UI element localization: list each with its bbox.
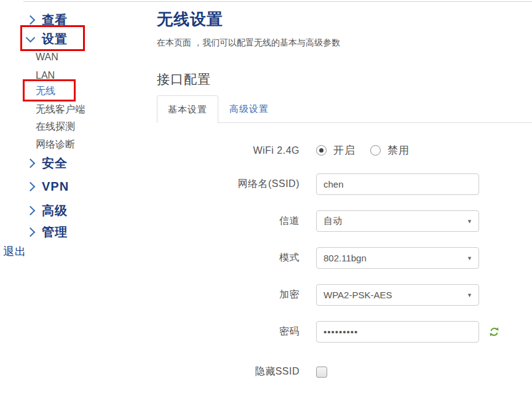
form-row-mode: 模式 802.11bgn ▼ (157, 247, 532, 269)
tab-advanced-settings[interactable]: 高级设置 (218, 95, 280, 122)
sidebar-item-view[interactable]: 查看 (27, 12, 68, 28)
hide-ssid-label: 隐藏SSID (157, 365, 300, 378)
page-subtitle: 在本页面 ，我们可以配置无线的基本与高级参数 (157, 37, 532, 48)
wifi-enable-label: 开启 (333, 143, 355, 157)
chevron-right-icon (26, 206, 36, 216)
sidebar-item-label: 查看 (42, 12, 68, 28)
chevron-right-icon (26, 228, 36, 237)
sidebar-item-management[interactable]: 管理 (27, 224, 68, 240)
encryption-label: 加密 (157, 288, 300, 301)
sidebar-item-label: 管理 (42, 224, 68, 240)
sidebar-item-settings[interactable]: 设置 (27, 31, 68, 47)
wifi-enable-radio[interactable] (316, 145, 327, 156)
dropdown-caret-icon: ▼ (467, 218, 472, 224)
form-row-password: 密码 (157, 321, 532, 343)
channel-label: 信道 (157, 215, 300, 228)
sidebar-item-advanced[interactable]: 高级 (27, 202, 68, 219)
sidebar-item-wireless[interactable]: 无线 (36, 86, 55, 96)
mode-select-value: 802.11bgn (324, 253, 367, 263)
dropdown-caret-icon: ▼ (467, 255, 472, 261)
dropdown-caret-icon: ▼ (467, 292, 472, 298)
password-label: 密码 (157, 325, 300, 338)
wifi-disable-label: 禁用 (387, 143, 410, 157)
chevron-right-icon (26, 159, 36, 169)
encryption-select[interactable]: WPA2-PSK-AES ▼ (316, 284, 479, 306)
form-row-encryption: 加密 WPA2-PSK-AES ▼ (157, 284, 532, 306)
mode-label: 模式 (157, 252, 300, 264)
chevron-right-icon (26, 15, 36, 25)
sidebar-item-security[interactable]: 安全 (27, 155, 68, 172)
main-content: 无线设置 在本页面 ，我们可以配置无线的基本与高级参数 接口配置 基本设置 高级… (157, 0, 532, 393)
sidebar: 查看 设置 WAN LAN 无线 无线客户端 在线探测 网络诊断 安全 VPN … (0, 0, 154, 393)
ssid-label: 网络名(SSID) (157, 178, 300, 191)
ssid-input[interactable] (316, 173, 479, 195)
channel-select-value: 自动 (324, 215, 342, 227)
form-row-wifi: WiFi 2.4G 开启 禁用 (157, 140, 532, 161)
form-row-hide-ssid: 隐藏SSID (157, 361, 532, 383)
wifi-disable-radio[interactable] (370, 145, 381, 156)
hide-ssid-checkbox[interactable] (316, 367, 327, 378)
sidebar-item-lan[interactable]: LAN (36, 71, 55, 81)
sidebar-item-label: 安全 (42, 155, 68, 172)
sidebar-item-wireless-client[interactable]: 无线客户端 (36, 105, 85, 114)
sidebar-item-network-diagnosis[interactable]: 网络诊断 (36, 140, 75, 149)
encryption-select-value: WPA2-PSK-AES (324, 290, 392, 300)
form-row-channel: 信道 自动 ▼ (157, 210, 532, 232)
wifi-label: WiFi 2.4G (157, 145, 300, 156)
refresh-password-icon[interactable] (489, 327, 499, 337)
sidebar-item-label: 设置 (42, 31, 68, 47)
section-title: 接口配置 (157, 71, 532, 87)
mode-select[interactable]: 802.11bgn ▼ (316, 247, 479, 269)
sidebar-item-wan[interactable]: WAN (36, 52, 58, 62)
chevron-right-icon (26, 182, 36, 192)
sidebar-item-vpn[interactable]: VPN (27, 180, 69, 194)
sidebar-item-online-detect[interactable]: 在线探测 (36, 122, 75, 132)
page-title: 无线设置 (157, 10, 532, 28)
tab-bar: 基本设置 高级设置 (157, 95, 532, 123)
wireless-form: WiFi 2.4G 开启 禁用 网络名(SSID) 信道 自动 ▼ (157, 140, 532, 383)
chevron-down-icon (26, 33, 36, 43)
password-input[interactable] (316, 321, 479, 343)
form-row-ssid: 网络名(SSID) (157, 173, 532, 195)
sidebar-item-label: VPN (42, 180, 69, 194)
channel-select[interactable]: 自动 ▼ (316, 210, 479, 232)
sidebar-item-logout[interactable]: 退出 (3, 244, 26, 259)
sidebar-item-label: 高级 (42, 202, 68, 219)
tab-basic-settings[interactable]: 基本设置 (157, 95, 218, 123)
